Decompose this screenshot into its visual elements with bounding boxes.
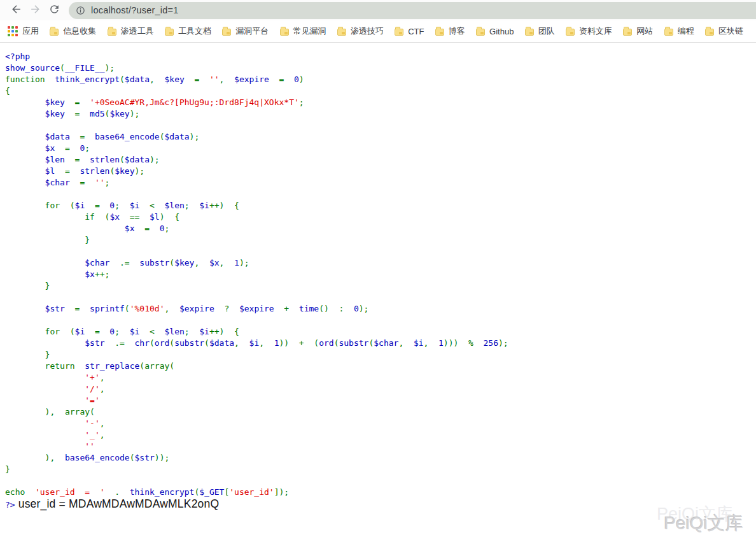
bookmark-item[interactable]: 博客 [435, 25, 465, 37]
code-line: $data = base64_encode($data); [5, 131, 756, 143]
bookmark-item[interactable]: 资料文库 [566, 25, 612, 37]
code-line: $char = ''; [5, 177, 756, 189]
back-button[interactable] [6, 1, 25, 19]
code-line: } [5, 234, 756, 246]
code-line: } [5, 464, 756, 475]
bookmark-label: 漏洞平台 [235, 25, 269, 37]
bookmark-label: 网站 [636, 25, 653, 37]
code-line: } [5, 280, 756, 292]
forward-arrow-icon [29, 3, 41, 17]
bookmark-label: 工具文档 [178, 25, 211, 37]
folder-icon [165, 29, 174, 36]
folder-icon [108, 29, 116, 36]
watermark-text-front: PeiQi文库 [664, 511, 743, 536]
bookmark-item[interactable]: 漏洞平台 [222, 25, 269, 37]
code-line: '-', [5, 418, 756, 429]
url-text[interactable]: localhost/?user_id=1 [91, 5, 178, 15]
bookmark-label: 编程 [678, 25, 694, 37]
code-line: for ($i = 0; $i < $len; $i++) { [5, 326, 756, 338]
code-line [5, 292, 756, 303]
code-line: '_', [5, 429, 756, 441]
code-line: ), array( [5, 406, 756, 418]
code-line [5, 315, 756, 326]
code-line: $x = 0; [5, 143, 756, 154]
folder-icon [566, 29, 575, 36]
folder-icon [623, 29, 632, 36]
php-source-code: <?phpshow_source(__FILE__);function thin… [5, 51, 756, 511]
code-line: for ($i = 0; $i < $len; $i++) { [5, 200, 756, 211]
bookmark-label: CTF [408, 27, 424, 36]
bookmark-item[interactable]: Github [476, 27, 514, 36]
bookmark-label: Github [489, 27, 514, 36]
bookmark-item[interactable]: 团队 [525, 25, 555, 37]
code-line: { [5, 85, 756, 97]
bookmark-item[interactable]: 编程 [664, 25, 694, 37]
code-line: '=' [5, 395, 756, 406]
code-line: return str_replace(array( [5, 360, 756, 372]
code-line: echo 'user_id = ' . think_encrypt($_GET[… [5, 487, 756, 498]
code-line: $str = sprintf('%010d', $expire ? $expir… [5, 303, 756, 315]
code-line [5, 189, 756, 200]
code-line: $key = '+0SeoAC#YR,Jm&c?[PhUg9u;:Drd8Fj4… [5, 97, 756, 108]
code-line: $key = md5($key); [5, 108, 756, 120]
code-line: $x = 0; [5, 223, 756, 234]
code-line: '' [5, 441, 756, 452]
code-line: } [5, 349, 756, 360]
bookmarks-bar: 应用 信息收集渗透工具工具文档漏洞平台常见漏洞渗透技巧CTF博客Github团队… [0, 20, 756, 43]
bookmark-item[interactable]: 区块链 [705, 25, 743, 37]
bookmark-label: 信息收集 [63, 25, 96, 37]
bookmark-item[interactable]: CTF [395, 27, 424, 36]
bookmark-label: 渗透工具 [121, 25, 154, 37]
bookmark-label: 博客 [449, 25, 465, 37]
folder-icon [664, 29, 673, 36]
bookmark-label: 区块链 [718, 25, 743, 37]
folder-icon [525, 29, 534, 36]
folder-icon [395, 29, 403, 36]
folder-icon [222, 29, 231, 36]
reload-icon [48, 3, 60, 17]
code-line [5, 475, 756, 487]
bookmark-item[interactable]: 工具文档 [165, 25, 211, 37]
code-line: function think_encrypt($data, $key = '',… [5, 74, 756, 85]
code-line [5, 120, 756, 131]
code-line [5, 246, 756, 257]
bookmark-item[interactable]: 渗透技巧 [337, 25, 384, 37]
folder-icon [435, 29, 444, 36]
apps-grid-icon [8, 26, 18, 36]
folder-icon [50, 29, 59, 36]
code-line: ), base64_encode($str)); [5, 452, 756, 464]
code-line: '/', [5, 383, 756, 395]
code-line: $len = strlen($data); [5, 154, 756, 166]
code-line: <?php [5, 51, 756, 62]
folder-icon [280, 29, 289, 36]
bookmark-item[interactable]: 渗透工具 [108, 25, 154, 37]
code-line: '+', [5, 372, 756, 383]
bookmark-item[interactable]: 网站 [623, 25, 653, 37]
bookmark-label: 资料文库 [579, 25, 612, 37]
code-line: $char .= substr($key, $x, 1); [5, 257, 756, 269]
forward-button[interactable] [25, 1, 45, 19]
code-line: $l = strlen($key); [5, 166, 756, 177]
bookmark-label: 应用 [22, 25, 39, 37]
folder-icon [476, 29, 485, 36]
code-line: $x++; [5, 269, 756, 280]
bookmark-label: 渗透技巧 [351, 25, 384, 37]
back-arrow-icon [10, 3, 22, 17]
browser-toolbar: localhost/?user_id=1 [0, 0, 756, 20]
code-line: ?> user_id = MDAwMDAwMDAwMLK2onQ [5, 498, 756, 511]
bookmark-label: 常见漏洞 [293, 25, 326, 37]
code-line: show_source(__FILE__); [5, 62, 756, 74]
url-bar[interactable]: localhost/?user_id=1 [69, 2, 756, 19]
code-line: $str .= chr(ord(substr($data, $i, 1)) + … [5, 338, 756, 349]
page-content: <?phpshow_source(__FILE__);function thin… [0, 43, 756, 548]
folder-icon [337, 29, 346, 36]
bookmark-apps[interactable]: 应用 [8, 25, 39, 37]
reload-button[interactable] [45, 1, 64, 19]
bookmark-item[interactable]: 常见漏洞 [280, 25, 326, 37]
bookmark-label: 团队 [538, 25, 555, 37]
bookmark-item[interactable]: 信息收集 [50, 25, 96, 37]
code-line: if ($x == $l) { [5, 211, 756, 223]
info-icon[interactable] [76, 6, 85, 15]
folder-icon [705, 29, 714, 36]
